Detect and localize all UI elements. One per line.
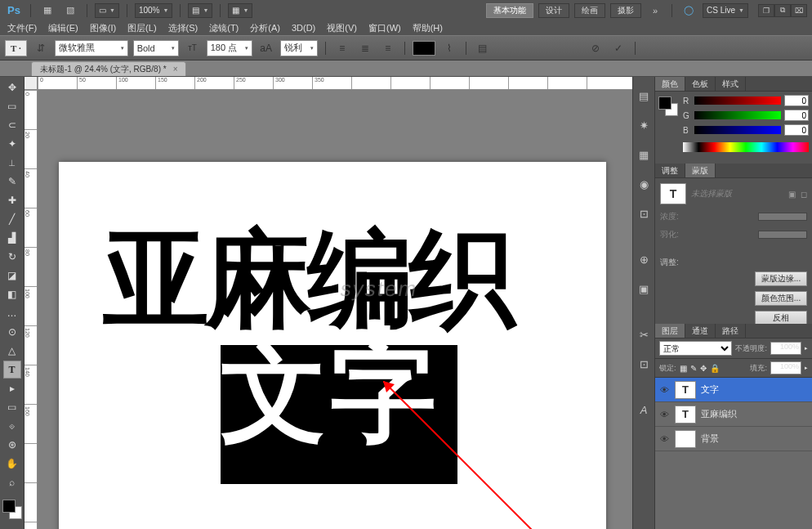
cslive-dropdown[interactable]: CS Live▼ — [703, 3, 748, 18]
fill-value[interactable]: 100% — [770, 361, 801, 374]
marquee-tool[interactable]: ▭ — [3, 97, 21, 115]
visibility-icon[interactable]: 👁 — [658, 385, 670, 395]
3d-tool[interactable]: ⟐ — [3, 417, 21, 435]
vector-mask-icon[interactable]: ◻ — [801, 190, 807, 199]
eyedropper-tool[interactable]: ✎ — [3, 173, 21, 191]
cslive-icon[interactable]: ◯ — [680, 3, 698, 18]
r-value[interactable] — [784, 95, 809, 106]
menu-filter[interactable]: 滤镜(T) — [205, 22, 243, 34]
move-tool[interactable]: ✥ — [3, 78, 21, 96]
layer-row[interactable]: 👁 T 亚麻编织 — [655, 402, 812, 427]
history-panel-icon[interactable]: ▤ — [635, 87, 653, 105]
character-dock-icon[interactable]: A — [635, 401, 653, 419]
lock-position-icon[interactable]: ✥ — [700, 364, 707, 373]
document-tab[interactable]: 未标题-1 @ 24.4% (文字, RGB/8) * × — [31, 61, 186, 76]
menu-image[interactable]: 图像(I) — [86, 22, 120, 34]
blur-tool[interactable]: … — [3, 304, 21, 322]
close-tab-icon[interactable]: × — [173, 65, 178, 74]
tool-preset-type[interactable]: T · — [5, 40, 27, 56]
hand-tool[interactable]: ✋ — [3, 455, 21, 473]
menu-edit[interactable]: 编辑(E) — [44, 22, 83, 34]
font-size-field[interactable]: 180 点▾ — [207, 40, 252, 56]
character-panel-icon[interactable]: ▤ — [474, 39, 492, 57]
workspace-essentials[interactable]: 基本功能 — [486, 3, 533, 18]
g-value[interactable] — [784, 110, 809, 121]
text-orientation-icon[interactable]: ⇵ — [32, 39, 50, 57]
brush-tool[interactable]: ╱ — [3, 210, 21, 228]
window-restore-icon[interactable]: ⧉ — [774, 4, 791, 17]
density-slider[interactable] — [758, 213, 807, 221]
tab-styles[interactable]: 样式 — [716, 77, 746, 91]
history-brush-tool[interactable]: ↻ — [3, 248, 21, 266]
document-canvas[interactable]: 亚麻编织 文字 system — [59, 162, 606, 529]
menu-select[interactable]: 选择(S) — [164, 22, 203, 34]
lock-pixels-icon[interactable]: ✎ — [690, 364, 697, 373]
zoom-tool[interactable]: ⌕ — [3, 473, 21, 491]
swatches-panel-icon[interactable]: ✂ — [635, 325, 653, 343]
heal-tool[interactable]: ✚ — [3, 191, 21, 209]
tab-color[interactable]: 颜色 — [655, 77, 685, 91]
type-tool[interactable]: T — [3, 361, 21, 379]
cancel-icon[interactable]: ⊘ — [587, 39, 605, 57]
tab-channels[interactable]: 通道 — [685, 324, 716, 338]
b-value[interactable] — [784, 124, 809, 136]
align-left-icon[interactable]: ≡ — [333, 39, 351, 57]
window-close-icon[interactable]: ⌧ — [791, 4, 807, 17]
antialias-field[interactable]: 锐利▾ — [280, 40, 318, 56]
color-fgbg[interactable] — [2, 500, 22, 519]
zoom-dropdown[interactable]: 100%▼ — [135, 3, 173, 18]
window-doc-icon[interactable]: ❐ — [758, 4, 774, 17]
clone-panel-icon[interactable]: ⊡ — [635, 204, 653, 222]
lasso-tool[interactable]: ⊂ — [3, 116, 21, 134]
menu-layer[interactable]: 图层(L) — [123, 22, 160, 34]
bridge-icon[interactable]: ▦ — [38, 3, 56, 18]
layer-row[interactable]: 👁 背景 — [655, 427, 812, 451]
color-range-button[interactable]: 颜色范围... — [755, 291, 807, 306]
canvas-text-2[interactable]: 文字 — [221, 340, 439, 446]
font-weight-field[interactable]: Bold▾ — [133, 40, 179, 56]
workspace-design[interactable]: 设计 — [538, 3, 569, 18]
tab-mask[interactable]: 蒙版 — [685, 164, 716, 177]
feather-slider[interactable] — [758, 231, 807, 239]
path-select-tool[interactable]: ▸ — [3, 379, 21, 397]
minibridge-icon[interactable]: ▧ — [61, 3, 79, 18]
eraser-tool[interactable]: ◪ — [3, 267, 21, 285]
menu-file[interactable]: 文件(F) — [3, 22, 41, 34]
3d-camera-tool[interactable]: ⊛ — [3, 436, 21, 454]
tab-paths[interactable]: 路径 — [716, 324, 746, 338]
paragraph-panel-icon[interactable]: ◉ — [635, 175, 653, 193]
styles-panel-icon[interactable]: ⊡ — [635, 355, 653, 373]
shape-tool[interactable]: ▭ — [3, 398, 21, 416]
gradient-tool[interactable]: ◧ — [3, 285, 21, 303]
text-color-swatch[interactable] — [413, 41, 435, 56]
align-right-icon[interactable]: ≡ — [379, 39, 397, 57]
pixel-mask-icon[interactable]: ▣ — [788, 190, 796, 199]
menu-help[interactable]: 帮助(H) — [408, 22, 447, 34]
navigator-panel-icon[interactable]: ⊕ — [635, 250, 653, 268]
tab-adjust[interactable]: 调整 — [655, 164, 685, 177]
view-extras-dropdown[interactable]: ▤▼ — [188, 3, 212, 18]
crop-tool[interactable]: ⟂ — [3, 154, 21, 172]
g-slider[interactable] — [694, 111, 781, 119]
wand-tool[interactable]: ✦ — [3, 135, 21, 153]
b-slider[interactable] — [694, 126, 781, 134]
layer-row[interactable]: 👁 T 文字 — [655, 378, 812, 402]
stamp-tool[interactable]: ▟ — [3, 229, 21, 247]
workspace-more-icon[interactable]: » — [646, 3, 664, 18]
pen-tool[interactable]: △ — [3, 342, 21, 360]
warp-text-icon[interactable]: ⌇ — [440, 39, 458, 57]
color-panel-fgbg[interactable] — [658, 96, 678, 116]
lock-all-icon[interactable]: 🔒 — [710, 364, 720, 373]
menu-view[interactable]: 视图(V) — [323, 22, 361, 34]
workspace-painting[interactable]: 绘画 — [574, 3, 605, 18]
align-center-icon[interactable]: ≣ — [356, 39, 374, 57]
menu-3d[interactable]: 3D(D) — [288, 23, 319, 33]
arrange-dropdown[interactable]: ▦▼ — [228, 3, 252, 18]
brush-panel-icon[interactable]: ▦ — [635, 146, 653, 164]
visibility-icon[interactable]: 👁 — [658, 434, 670, 444]
commit-icon[interactable]: ✓ — [609, 39, 627, 57]
workspace-photo[interactable]: 摄影 — [610, 3, 641, 18]
blend-mode-select[interactable]: 正常 — [659, 341, 732, 356]
mask-edge-button[interactable]: 蒙版边缘... — [755, 271, 807, 286]
canvas-area[interactable]: 050100150200250300350 020406080100120140… — [25, 77, 632, 529]
